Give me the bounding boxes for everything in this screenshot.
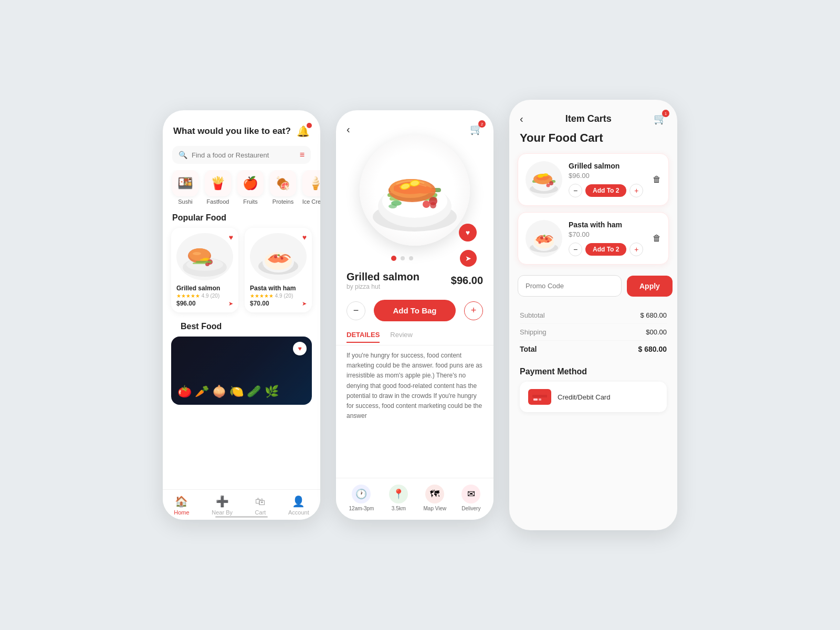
salmon-increase-button[interactable]: + [629,184,643,197]
delivery-item[interactable]: ✉ Delivery [461,485,480,511]
salmon-add-to-button[interactable]: Add To 2 [585,184,626,197]
pasta-heart-icon[interactable]: ♥ [302,233,307,242]
pasta-share-icon[interactable]: ➤ [302,300,307,307]
icecream-label: Ice Crea... [302,198,320,205]
pasta-image [250,233,307,280]
tab-details[interactable]: DETAILES [346,331,380,343]
category-sushi[interactable]: 🍱 Sushi [171,170,200,205]
category-icecream[interactable]: 🍦 Ice Crea... [301,170,320,205]
food-card-salmon[interactable]: ♥ Grilled [171,228,238,312]
pasta-delete-button[interactable]: 🗑 [653,234,661,243]
bell-badge [307,123,312,128]
sushi-icon: 🍱 [172,170,198,196]
dot-3[interactable] [409,256,413,260]
delivery-label: Delivery [461,506,480,511]
search-input[interactable] [192,151,296,159]
nav-home[interactable]: 🏠 Home [174,495,189,516]
proteins-label: Proteins [272,198,293,205]
food-description: If you're hungry for success, food conte… [336,345,494,426]
svg-point-10 [203,258,210,260]
salmon-heart-icon[interactable]: ♥ [229,233,233,242]
nav-account[interactable]: 👤 Account [288,495,309,516]
categories-row: 🍱 Sushi 🍟 Fastfood 🍎 Fruits 🍖 Proteins 🍦… [163,170,320,211]
payment-title: Payment Method [520,367,667,376]
nav-nearby-label: Near By [212,509,233,516]
time-icon: 🕐 [352,485,371,503]
cart-title: Item Carts [565,113,612,124]
salmon-rating: ★★★★★ 4.9 (20) [176,293,233,299]
svg-point-4 [193,252,201,255]
shipping-row: Shipping $00.00 [520,324,667,341]
best-food-section: Best Food 🍅 🥕 🧅 🍋 🥒 🌿 ♥ [163,320,320,405]
category-fastfood[interactable]: 🍟 Fastfood [204,170,232,205]
salmon-delete-button[interactable]: 🗑 [653,175,661,184]
cart-back-button[interactable]: ‹ [520,113,523,125]
filter-icon[interactable]: ≡ [300,150,304,160]
pasta-increase-button[interactable]: + [629,243,643,256]
mapview-item[interactable]: 🗺 Map View [424,485,447,511]
nav-home-label: Home [174,509,189,516]
account-icon: 👤 [292,495,305,508]
nav-cart[interactable]: 🛍 Cart [255,496,266,516]
food-card-pasta[interactable]: ♥ Pasta with ham [245,228,312,312]
search-bar[interactable]: 🔍 ≡ [172,146,311,164]
pasta-add-to-button[interactable]: Add To 2 [585,243,626,256]
order-summary: Subtotal $ 680.00 Shipping $00.00 Total … [509,305,677,364]
category-fruits[interactable]: 🍎 Fruits [236,170,265,205]
cart-salmon-name: Grilled salmon [569,162,646,170]
cart-header-icon[interactable]: 🛒 1 [654,112,667,125]
delivery-icon: ✉ [461,485,480,503]
sushi-label: Sushi [178,198,193,205]
detail-cart-button[interactable]: 🛒 2 [470,123,483,135]
distance-icon: 📍 [389,485,408,503]
cart-salmon-info: Grilled salmon $96.00 − Add To 2 + [569,162,646,197]
pasta-name: Pasta with ham [250,285,307,292]
payment-card[interactable]: Credit/Debit Card [520,382,667,412]
add-to-bag-button[interactable]: Add To Bag [374,300,456,321]
home-indicator [215,516,268,518]
search-icon: 🔍 [178,151,187,159]
quantity-decrease-button[interactable]: − [346,301,365,320]
add-to-bag-row: − Add To Bag + [336,295,494,327]
promo-code-input[interactable] [518,275,622,297]
bell-icon[interactable]: 🔔 [297,125,310,138]
food-detail-name: Grilled salmon [346,271,419,283]
food-name-group: Grilled salmon by pizza hut [346,271,419,290]
location-button[interactable]: ➤ [460,250,477,267]
quantity-increase-button[interactable]: + [464,301,483,320]
dot-1[interactable] [391,256,396,261]
salmon-decrease-button[interactable]: − [569,184,582,197]
pasta-decrease-button[interactable]: − [569,243,582,256]
svg-point-15 [281,257,284,260]
cart-salmon-image [526,161,562,198]
tab-review[interactable]: Review [390,331,413,343]
time-label: 12am-3pm [349,506,374,511]
cart-subtitle: Your Food Cart [509,131,677,153]
svg-point-14 [274,255,277,258]
time-item[interactable]: 🕐 12am-3pm [349,485,374,511]
nav-nearby[interactable]: ➕ Near By [212,495,233,516]
nav-cart-label: Cart [255,509,266,516]
distance-item[interactable]: 📍 3.5km [389,485,408,511]
salmon-share-icon[interactable]: ➤ [228,300,233,307]
dot-2[interactable] [401,256,405,260]
shipping-label: Shipping [520,328,547,336]
credit-card-icon [528,389,551,405]
cart-header-badge: 1 [662,110,669,117]
best-food-heart-icon[interactable]: ♥ [293,342,307,355]
detail-header: ‹ 🛒 2 [336,110,494,135]
detail-bottom-bar: 🕐 12am-3pm 📍 3.5km 🗺 Map View ✉ [336,478,494,520]
distance-label: 3.5km [392,506,406,511]
nav-account-label: Account [288,509,309,516]
back-button[interactable]: ‹ [346,123,350,135]
category-proteins[interactable]: 🍖 Proteins [269,170,297,205]
payment-card-label: Credit/Debit Card [558,393,610,401]
popular-food-title: Popular Food [163,211,320,228]
mapview-label: Map View [424,506,447,511]
apply-promo-button[interactable]: Apply [627,276,673,297]
svg-rect-51 [532,395,547,397]
best-food-image[interactable]: 🍅 🥕 🧅 🍋 🥒 🌿 ♥ [171,337,312,405]
svg-point-47 [543,235,545,237]
food-detail-heart[interactable]: ♥ [459,224,477,242]
fruits-label: Fruits [243,198,258,205]
